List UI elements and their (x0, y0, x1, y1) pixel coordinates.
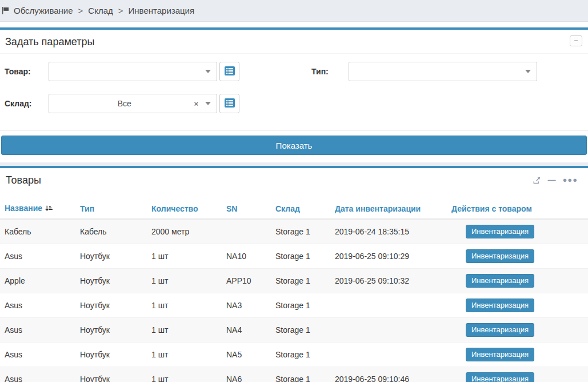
cell-type: Ноутбук (75, 244, 147, 269)
cell-type: Ноутбук (75, 343, 147, 367)
cell-sn: NA6 (222, 367, 271, 382)
table-row: Asus Ноутбук 1 шт NA6 Storage 1 2019-06-… (0, 367, 588, 382)
cell-actions: Инвентаризация (447, 269, 588, 293)
column-header-type[interactable]: Тип (75, 199, 147, 219)
cell-type: Кабель (75, 219, 147, 244)
breadcrumb-item-maintenance[interactable]: Обслуживание (14, 6, 73, 15)
cell-storage: Storage 1 (271, 367, 330, 382)
show-button[interactable]: Показать (1, 136, 587, 155)
cell-quantity: 1 шт (147, 367, 222, 382)
cell-storage: Storage 1 (271, 219, 330, 244)
export-icon[interactable] (533, 177, 541, 184)
cell-actions: Инвентаризация (447, 367, 588, 382)
inventory-button[interactable]: Инвентаризация (466, 323, 534, 337)
inventory-button[interactable]: Инвентаризация (466, 274, 534, 288)
inventory-button[interactable]: Инвентаризация (466, 348, 534, 361)
sort-descending-icon (45, 205, 53, 214)
table-row: Asus Ноутбук 1 шт NA10 Storage 1 2019-06… (0, 244, 588, 269)
cell-inventory-date (330, 318, 447, 343)
products-panel: Товары — ●●● Название Тип Количество SN … (0, 166, 588, 382)
table-header-row: Название Тип Количество SN Склад Дата ин… (0, 199, 588, 219)
table-row: Apple Ноутбук 1 шт APP10 Storage 1 2019-… (0, 269, 588, 293)
table-row: Asus Ноутбук 1 шт NA4 Storage 1 Инвентар… (0, 318, 588, 343)
column-header-sn[interactable]: SN (222, 199, 271, 219)
cell-storage: Storage 1 (271, 244, 330, 269)
cell-name: Apple (0, 269, 75, 293)
cell-quantity: 2000 метр (147, 219, 222, 244)
breadcrumb: Обслуживание > Склад > Инвентаризация (0, 0, 588, 22)
breadcrumb-separator: > (78, 6, 83, 15)
cell-name: Asus (0, 367, 75, 382)
breadcrumb-item-inventory[interactable]: Инвентаризация (129, 6, 195, 15)
list-icon (225, 98, 235, 109)
cell-sn (222, 219, 271, 244)
storage-select[interactable]: Все × (49, 94, 217, 113)
cell-inventory-date (330, 343, 447, 367)
column-header-date[interactable]: Дата инвентаризации (330, 199, 447, 219)
cell-quantity: 1 шт (147, 343, 222, 367)
cell-name: Asus (0, 318, 75, 343)
storage-select-value: Все (55, 99, 194, 108)
cell-actions: Инвентаризация (447, 318, 588, 343)
products-panel-title: Товары (6, 174, 41, 186)
products-table: Название Тип Количество SN Склад Дата ин… (0, 199, 588, 382)
cell-inventory-date: 2019-06-25 09:10:29 (330, 244, 447, 269)
cell-sn: NA3 (222, 293, 271, 318)
cell-sn: NA4 (222, 318, 271, 343)
table-row: Кабель Кабель 2000 метр Storage 1 2019-0… (0, 219, 588, 244)
cell-quantity: 1 шт (147, 293, 222, 318)
cell-sn: NA5 (222, 343, 271, 367)
column-header-name[interactable]: Название (0, 199, 75, 219)
inventory-button[interactable]: Инвентаризация (466, 249, 534, 263)
breadcrumb-item-warehouse[interactable]: Склад (88, 6, 113, 15)
inventory-button[interactable]: Инвентаризация (466, 225, 534, 238)
cell-name: Asus (0, 293, 75, 318)
filters-collapse-button[interactable]: − (570, 35, 582, 46)
cell-actions: Инвентаризация (447, 219, 588, 244)
cell-type: Ноутбук (75, 293, 147, 318)
chevron-down-icon (205, 70, 211, 73)
cell-quantity: 1 шт (147, 318, 222, 343)
cell-name: Кабель (0, 219, 75, 244)
cell-inventory-date (330, 293, 447, 318)
more-icon[interactable]: ●●● (562, 177, 578, 183)
cell-sn: NA10 (222, 244, 271, 269)
chevron-down-icon (525, 70, 531, 73)
cell-inventory-date: 2019-06-24 18:35:15 (330, 219, 447, 244)
cell-quantity: 1 шт (147, 269, 222, 293)
cell-name: Asus (0, 244, 75, 269)
cell-sn: APP10 (222, 269, 271, 293)
inventory-button[interactable]: Инвентаризация (466, 299, 534, 312)
chevron-down-icon (205, 102, 211, 105)
inventory-button[interactable]: Инвентаризация (466, 372, 534, 382)
column-header-actions: Действия с товаром (447, 199, 588, 219)
filters-panel: Задать параметры − Товар: Тип: Склад: (0, 27, 588, 162)
breadcrumb-separator: > (118, 6, 123, 15)
cell-name: Asus (0, 343, 75, 367)
cell-inventory-date: 2019-06-25 09:10:46 (330, 367, 447, 382)
cell-actions: Инвентаризация (447, 293, 588, 318)
table-row: Asus Ноутбук 1 шт NA5 Storage 1 Инвентар… (0, 343, 588, 367)
cell-storage: Storage 1 (271, 293, 330, 318)
cell-quantity: 1 шт (147, 244, 222, 269)
storage-list-button[interactable] (219, 94, 239, 113)
cell-type: Ноутбук (75, 269, 147, 293)
storage-field-label: Склад: (0, 99, 49, 108)
cell-storage: Storage 1 (271, 318, 330, 343)
cell-type: Ноутбук (75, 367, 147, 382)
type-select[interactable] (349, 62, 537, 81)
type-field-label: Тип: (311, 67, 349, 76)
product-select[interactable] (49, 62, 217, 81)
cell-inventory-date: 2019-06-25 09:10:32 (330, 269, 447, 293)
column-header-storage[interactable]: Склад (271, 199, 330, 219)
cell-storage: Storage 1 (271, 269, 330, 293)
cell-actions: Инвентаризация (447, 343, 588, 367)
spacer (0, 22, 588, 27)
clear-icon[interactable]: × (194, 100, 198, 108)
collapse-icon[interactable]: — (547, 177, 555, 183)
table-row: Asus Ноутбук 1 шт NA3 Storage 1 Инвентар… (0, 293, 588, 318)
cell-type: Ноутбук (75, 318, 147, 343)
column-header-quantity[interactable]: Количество (147, 199, 222, 219)
product-list-button[interactable] (219, 62, 239, 81)
filters-panel-title: Задать параметры (5, 35, 94, 48)
